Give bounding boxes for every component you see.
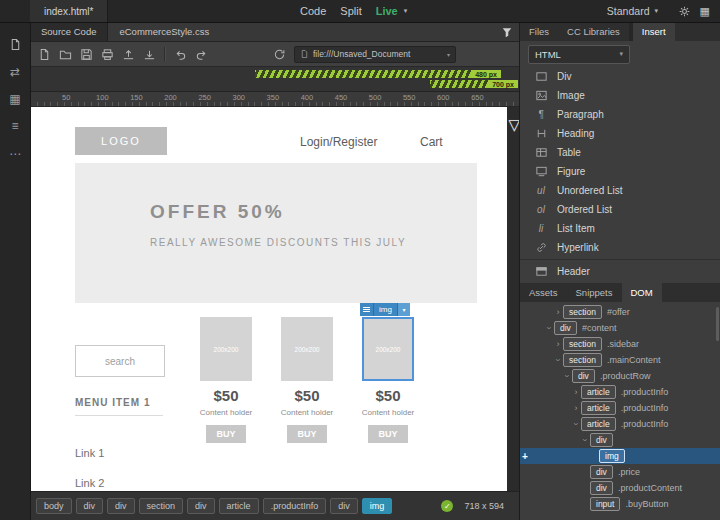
address-bar[interactable]: file:///Unsaved_Document ▾	[294, 46, 456, 63]
undo-icon[interactable]	[174, 48, 187, 61]
refresh-icon[interactable]	[273, 48, 286, 61]
insert-item-table[interactable]: Table	[520, 143, 720, 162]
disclosure-icon[interactable]: ›	[553, 307, 563, 317]
css-file-tab[interactable]: eCommerceStyle.css	[108, 26, 220, 37]
disclosure-icon[interactable]: ›	[571, 387, 581, 397]
insert-item-header[interactable]: Header	[520, 262, 720, 281]
menu-item[interactable]: MENU ITEM 1	[75, 397, 163, 416]
buy-button[interactable]: BUY	[287, 425, 327, 443]
insert-item-unordered-list[interactable]: ul Unordered List	[520, 181, 720, 200]
dom-row[interactable]: › section .mainContent	[520, 352, 720, 368]
panel-layout-icon[interactable]: ▦	[700, 6, 710, 17]
sidebar-link-2[interactable]: Link 2	[75, 477, 104, 489]
media-query-480[interactable]: 480 px	[255, 70, 501, 78]
dom-row[interactable]: › div	[520, 432, 720, 448]
insert-item-figure[interactable]: Figure	[520, 162, 720, 181]
search-input[interactable]: search	[75, 345, 165, 377]
tag-chip[interactable]: div	[187, 498, 215, 514]
tag-chip[interactable]: .productInfo	[263, 498, 327, 514]
file-manage-icon[interactable]	[9, 38, 22, 51]
new-file-icon[interactable]	[38, 48, 51, 61]
product-image-placeholder[interactable]: 200x200	[200, 317, 252, 381]
dom-row[interactable]: div .productContent	[520, 480, 720, 496]
insert-item-paragraph[interactable]: ¶ Paragraph	[520, 105, 720, 124]
product-card[interactable]: 200x200 $50 Content holder BUY	[200, 315, 252, 443]
redo-icon[interactable]	[195, 48, 208, 61]
disclosure-icon[interactable]: ›	[571, 403, 581, 413]
tab-dom[interactable]: DOM	[622, 283, 662, 302]
buy-button[interactable]: BUY	[368, 425, 408, 443]
dom-row[interactable]: › div #content	[520, 320, 720, 336]
more-tools-icon[interactable]: ⋯	[9, 147, 21, 161]
cart-link[interactable]: Cart	[420, 135, 443, 149]
tab-insert[interactable]: Insert	[633, 22, 675, 41]
dom-row[interactable]: › div .productRow	[520, 368, 720, 384]
disclosure-icon[interactable]: ›	[544, 323, 554, 333]
source-code-tab[interactable]: Source Code	[30, 22, 108, 41]
dom-row[interactable]: › section .sidebar	[520, 336, 720, 352]
page-logo[interactable]: LOGO	[75, 127, 167, 155]
hud-menu-icon[interactable]	[360, 303, 373, 316]
dom-row[interactable]: › article .productInfo	[520, 400, 720, 416]
tab-assets[interactable]: Assets	[520, 283, 567, 302]
product-image-placeholder[interactable]: 200x200	[281, 317, 333, 381]
dom-row[interactable]: input .buyButton	[520, 496, 720, 512]
insert-item-ordered-list[interactable]: ol Ordered List	[520, 200, 720, 219]
tag-chip[interactable]: body	[36, 498, 72, 514]
dom-row[interactable]: › article .productInfo	[520, 416, 720, 432]
insert-item-heading[interactable]: Heading	[520, 124, 720, 143]
disclosure-icon[interactable]: ›	[562, 371, 572, 381]
add-element-icon[interactable]: +	[522, 451, 528, 462]
workspace-switcher[interactable]: Standard ▾	[607, 0, 658, 22]
document-tab[interactable]: index.html*	[30, 0, 108, 22]
tag-chip[interactable]: div	[107, 498, 135, 514]
insert-item-image[interactable]: Image	[520, 86, 720, 105]
insert-category-dropdown[interactable]: HTML ▾	[528, 45, 630, 64]
save-icon[interactable]	[80, 48, 93, 61]
list-view-icon[interactable]: ≡	[11, 120, 18, 132]
disclosure-icon[interactable]: ›	[553, 355, 563, 365]
tab-snippets[interactable]: Snippets	[567, 283, 622, 302]
disclosure-icon[interactable]: ›	[571, 419, 581, 429]
login-register-link[interactable]: Login/Register	[300, 135, 377, 149]
tag-chip-selected[interactable]: img	[362, 498, 393, 514]
product-card-selected[interactable]: img ▾ 200x200 $50 Content holder BUY	[362, 315, 414, 443]
chevron-down-icon[interactable]: ▾	[397, 303, 410, 316]
code-view-button[interactable]: Code	[300, 5, 326, 17]
tag-chip[interactable]: section	[139, 498, 184, 514]
tag-chip[interactable]: div	[330, 498, 358, 514]
filter-icon[interactable]	[501, 26, 513, 38]
disclosure-icon[interactable]: ›	[553, 339, 563, 349]
product-card[interactable]: 200x200 $50 Content holder BUY	[281, 315, 333, 443]
split-view-button[interactable]: Split	[340, 5, 361, 17]
grid-view-icon[interactable]: ▦	[9, 93, 20, 105]
dom-row[interactable]: div .price	[520, 464, 720, 480]
insert-item-hyperlink[interactable]: Hyperlink	[520, 238, 720, 257]
download-icon[interactable]	[143, 48, 156, 61]
sidebar-link-1[interactable]: Link 1	[75, 447, 104, 459]
chevron-down-icon[interactable]: ▾	[404, 7, 408, 15]
offer-section[interactable]: OFFER 50% REALLY AWESOME DISCOUNTS THIS …	[75, 163, 477, 303]
upload-icon[interactable]	[122, 48, 135, 61]
viewport-size[interactable]: 718 x 594	[464, 501, 504, 511]
insert-item-div[interactable]: Div	[520, 67, 720, 86]
insert-item-list-item[interactable]: li List Item	[520, 219, 720, 238]
chevron-down-icon[interactable]: ▾	[447, 51, 450, 58]
tab-cc-libraries[interactable]: CC Libraries	[558, 22, 629, 41]
live-view-button[interactable]: Live	[376, 5, 398, 17]
scrollbar-thumb[interactable]	[716, 307, 719, 341]
dom-row-selected[interactable]: + img	[520, 448, 720, 464]
transfer-icon[interactable]: ⇄	[10, 66, 20, 78]
tab-files[interactable]: Files	[520, 22, 558, 41]
dom-row[interactable]: › article .productInfo	[520, 384, 720, 400]
tag-chip[interactable]: div	[76, 498, 104, 514]
open-folder-icon[interactable]	[59, 48, 72, 61]
print-icon[interactable]	[101, 48, 114, 61]
media-query-700[interactable]: 700 px	[430, 80, 518, 88]
disclosure-icon[interactable]: ›	[580, 435, 590, 445]
product-image-placeholder-selected[interactable]: 200x200	[362, 317, 414, 381]
dom-row[interactable]: › section #offer	[520, 304, 720, 320]
gear-icon[interactable]	[678, 5, 691, 18]
buy-button[interactable]: BUY	[206, 425, 246, 443]
tag-chip[interactable]: article	[219, 498, 259, 514]
